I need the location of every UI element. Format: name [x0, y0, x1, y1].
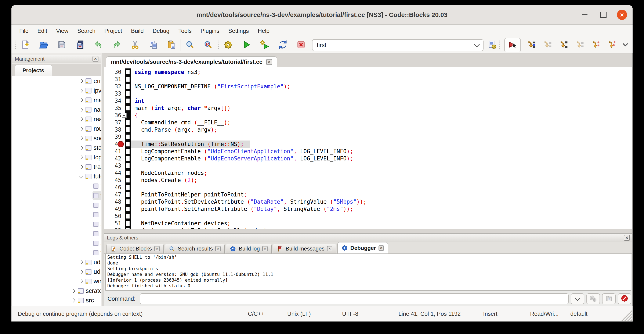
tree-item-erro[interactable]: erro [12, 76, 101, 86]
log-tab-close-button[interactable]: × [378, 245, 384, 251]
tree-expander-icon[interactable] [77, 156, 85, 159]
gutter-margin[interactable] [125, 169, 131, 177]
code-line-30[interactable]: 30using namespace ns3; [104, 69, 632, 76]
gutter-margin[interactable] [125, 105, 131, 112]
step-into-button[interactable] [558, 40, 569, 51]
gutter-margin[interactable] [125, 97, 131, 105]
tree-item-rout[interactable]: rout [12, 124, 101, 134]
undo-button[interactable] [93, 40, 104, 51]
menu-file[interactable]: File [15, 25, 33, 37]
code-line-39[interactable]: 39 [104, 133, 632, 141]
build-and-run-button[interactable] [259, 40, 270, 51]
code-line-38[interactable]: 38 cmd.Parse (argc, argv); [104, 126, 632, 133]
breakpoint-icon[interactable] [118, 141, 124, 147]
gutter-margin[interactable] [125, 191, 131, 198]
log-tab-close-button[interactable]: × [215, 246, 220, 251]
tree-expander-icon[interactable] [77, 270, 85, 273]
gutter-margin[interactable] [125, 148, 131, 155]
gutter-margin[interactable] [125, 141, 131, 148]
cut-button[interactable] [130, 40, 140, 51]
tree-expander-icon[interactable] [77, 80, 85, 83]
menu-build[interactable]: Build [126, 25, 148, 37]
tree-item-six[interactable]: six [12, 238, 101, 248]
log-tab-close-button[interactable]: × [154, 246, 160, 251]
code-line-50[interactable]: 50 [104, 213, 632, 220]
run-button[interactable] [241, 40, 252, 51]
code-line-34[interactable]: 34int [104, 97, 632, 105]
copy-button[interactable] [148, 40, 159, 51]
save-all-files-button[interactable] [74, 40, 86, 51]
gutter-margin[interactable] [125, 155, 131, 162]
toolbar-grip[interactable] [499, 40, 500, 50]
code-line-44[interactable]: 44 NodeContainer nodes; [104, 169, 632, 177]
tree-expander-icon[interactable] [69, 299, 77, 302]
next-line-button[interactable] [542, 40, 553, 51]
menu-project[interactable]: Project [100, 25, 126, 37]
gutter-margin[interactable] [125, 69, 131, 76]
menu-search[interactable]: Search [73, 25, 100, 37]
tree-item-tuto[interactable]: tuto [12, 172, 101, 181]
code-line-40[interactable]: 40 Time::SetResolution (Time::NS); [104, 141, 632, 148]
tree-item-nam[interactable]: nam [12, 105, 101, 114]
stop-debugger-button[interactable] [618, 293, 631, 304]
target-options-button[interactable] [486, 40, 498, 51]
paste-button[interactable] [166, 40, 177, 51]
code-line-49[interactable]: 49 pointToPoint.SetChannelAttribute ("De… [104, 205, 632, 213]
tab-projects[interactable]: Projects [14, 65, 52, 76]
tree-item-stat[interactable]: stat [12, 143, 101, 153]
code-line-47[interactable]: 47 PointToPointHelper pointToPoint; [104, 191, 632, 198]
menu-debug[interactable]: Debug [148, 25, 174, 37]
code-line-43[interactable]: 43 [104, 162, 632, 169]
debug-settings-button[interactable] [586, 293, 600, 304]
tree-item-tcp[interactable]: tcp [12, 153, 101, 162]
tree-item-src[interactable]: src [12, 296, 101, 305]
tree-expander-icon[interactable] [77, 280, 85, 283]
rebuild-button[interactable] [277, 40, 288, 51]
logs-close-button[interactable]: × [624, 235, 630, 241]
log-tab-code-blocks[interactable]: Code::Blocks× [106, 244, 164, 253]
code-line-46[interactable]: 46 [104, 184, 632, 191]
tree-expander-icon[interactable] [77, 89, 85, 92]
gutter-margin[interactable] [125, 119, 131, 126]
tree-expander-icon[interactable] [77, 99, 85, 102]
toolbar-grip[interactable] [218, 40, 219, 50]
editor-tab-close-button[interactable]: × [266, 59, 272, 65]
code-line-42[interactable]: 42 LogComponentEnable ("UdpEchoServerApp… [104, 155, 632, 162]
tree-expander-icon[interactable] [69, 289, 77, 292]
code-line-31[interactable]: 31 [104, 76, 632, 83]
tree-item-fir[interactable]: fir [12, 191, 101, 200]
gutter-margin[interactable] [125, 198, 131, 205]
code-line-48[interactable]: 48 pointToPoint.SetDeviceAttribute ("Dat… [104, 198, 632, 205]
code-line-37[interactable]: 37 CommandLine cmd (__FILE__); [104, 119, 632, 126]
gutter-margin[interactable] [125, 162, 131, 169]
gutter-margin[interactable] [125, 83, 131, 90]
tree-item-se[interactable]: se [12, 219, 101, 229]
tree-expander-icon[interactable] [77, 165, 85, 168]
open-file-button[interactable] [38, 40, 49, 51]
menu-tools[interactable]: Tools [174, 25, 196, 37]
code-line-33[interactable]: 33 [104, 90, 632, 97]
find-replace-button[interactable]: R [202, 40, 214, 51]
gutter-margin[interactable] [125, 76, 131, 83]
tree-item-th[interactable]: th [12, 248, 101, 257]
tree-item-ipv6[interactable]: ipv6 [12, 86, 101, 95]
tree-item-udp[interactable]: udp [12, 257, 101, 267]
command-input[interactable] [140, 293, 569, 304]
open-log-file-button[interactable] [602, 293, 616, 304]
build-button[interactable] [223, 40, 234, 51]
gutter-margin[interactable] [125, 90, 131, 97]
minimize-button[interactable] [580, 10, 590, 20]
menu-plugins[interactable]: Plugins [196, 25, 224, 37]
tree-expander-icon[interactable] [77, 118, 85, 121]
command-dropdown-button[interactable] [571, 293, 584, 304]
tree-expander-icon[interactable] [77, 175, 85, 178]
resize-grip[interactable] [620, 308, 632, 321]
tree-expander-icon[interactable] [77, 108, 85, 111]
close-button[interactable]: × [617, 10, 627, 20]
tree-item-scratch[interactable]: scratch [12, 286, 101, 296]
tree-expander-icon[interactable] [77, 261, 85, 264]
tree-item-fo[interactable]: fo [12, 200, 101, 210]
tree-item-wire[interactable]: wire [12, 276, 101, 286]
tree-expander-icon[interactable] [77, 127, 85, 130]
maximize-button[interactable] [598, 10, 608, 20]
